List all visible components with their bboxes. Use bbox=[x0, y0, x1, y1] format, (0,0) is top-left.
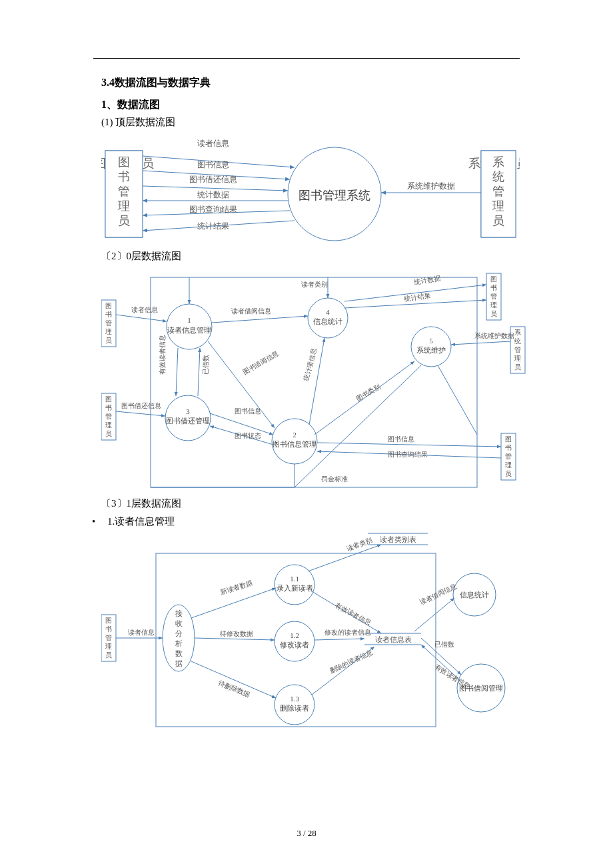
svg-text:有效读者信息: 有效读者信息 bbox=[159, 335, 166, 375]
svg-text:员: 员 bbox=[490, 310, 497, 317]
svg-text:图: 图 bbox=[105, 617, 112, 624]
heading-3-4: 3.4数据流图与数据字典 bbox=[101, 76, 520, 90]
svg-text:3: 3 bbox=[186, 407, 190, 415]
svg-text:读者类别: 读者类别 bbox=[346, 536, 373, 553]
svg-text:统: 统 bbox=[514, 337, 521, 345]
svg-text:系: 系 bbox=[514, 329, 521, 336]
svg-text:图书信息管理: 图书信息管理 bbox=[273, 440, 316, 448]
svg-text:读者类别表: 读者类别表 bbox=[380, 535, 416, 543]
svg-text:书: 书 bbox=[105, 404, 112, 411]
heading-1-3: 〔3〕1层数据流图 bbox=[101, 497, 520, 510]
svg-text:读者类别: 读者类别 bbox=[301, 281, 328, 288]
flow-label: 图书查询结果 bbox=[189, 205, 237, 214]
svg-text:1.2: 1.2 bbox=[290, 631, 299, 639]
svg-text:图: 图 bbox=[105, 395, 112, 403]
svg-text:图书信息: 图书信息 bbox=[388, 435, 414, 443]
svg-text:系: 系 bbox=[492, 155, 504, 169]
svg-text:员: 员 bbox=[105, 337, 112, 344]
svg-text:理: 理 bbox=[505, 461, 512, 469]
svg-text:图: 图 bbox=[118, 155, 130, 169]
page-number: 3 / 28 bbox=[0, 828, 613, 839]
content-area: 3.4数据流图与数据字典 1、数据流图 (1) 顶层数据流图 图书管理员 系统管… bbox=[101, 73, 520, 735]
flow-label: 统计结果 bbox=[197, 221, 229, 231]
svg-text:管: 管 bbox=[490, 293, 497, 300]
svg-text:书: 书 bbox=[490, 284, 497, 291]
svg-text:理: 理 bbox=[118, 199, 130, 213]
svg-text:系统维护: 系统维护 bbox=[416, 346, 446, 354]
flow-label: 读者信息 bbox=[197, 139, 229, 148]
svg-text:图书借还管理: 图书借还管理 bbox=[166, 417, 210, 425]
svg-text:理: 理 bbox=[514, 355, 521, 362]
svg-text:信息统计: 信息统计 bbox=[460, 591, 489, 599]
flow-label: 图书信息 bbox=[197, 160, 229, 169]
svg-text:收: 收 bbox=[175, 619, 183, 627]
document-page: 3.4数据流图与数据字典 1、数据流图 (1) 顶层数据流图 图书管理员 系统管… bbox=[0, 0, 613, 868]
svg-text:书: 书 bbox=[505, 444, 512, 451]
svg-text:数: 数 bbox=[175, 649, 183, 657]
center-process: 图书管理系统 bbox=[299, 189, 370, 202]
svg-text:读者信息: 读者信息 bbox=[128, 629, 155, 636]
svg-text:1.1: 1.1 bbox=[290, 575, 299, 583]
flow-label: 系统维护数据 bbox=[407, 181, 455, 191]
svg-text:析: 析 bbox=[175, 639, 183, 647]
bullet-label: 1.读者信息管理 bbox=[107, 516, 175, 527]
svg-text:待修改数据: 待修改数据 bbox=[220, 630, 253, 637]
svg-text:书: 书 bbox=[105, 311, 112, 318]
svg-text:员: 员 bbox=[505, 470, 512, 477]
svg-text:员: 员 bbox=[492, 214, 504, 227]
svg-text:管: 管 bbox=[118, 185, 130, 198]
header-rule bbox=[93, 58, 520, 59]
svg-text:2: 2 bbox=[293, 431, 297, 439]
heading-1-2: 〔2〕0层数据流图 bbox=[101, 250, 520, 263]
svg-text:5: 5 bbox=[429, 337, 433, 345]
svg-text:书: 书 bbox=[105, 625, 112, 633]
svg-text:1.3: 1.3 bbox=[290, 695, 299, 703]
heading-1-1: (1) 顶层数据流图 bbox=[101, 116, 520, 129]
svg-text:员: 员 bbox=[105, 430, 112, 437]
svg-text:已借数: 已借数 bbox=[202, 355, 209, 375]
svg-text:理: 理 bbox=[105, 328, 112, 335]
diagram-top-level: 图书管理员 系统管理员 图书管理系统 读者信息 图书信息 图书借还信息 统 bbox=[101, 134, 520, 247]
svg-text:员: 员 bbox=[105, 651, 112, 659]
svg-text:删除读者: 删除读者 bbox=[280, 704, 309, 712]
diagram-level-1-reader: 图书管理员 接收分析数据 1.1录入新读者 1.2修改读者 1.3删除读者 信息… bbox=[101, 528, 528, 735]
svg-text:图: 图 bbox=[505, 435, 512, 443]
svg-text:据: 据 bbox=[175, 659, 183, 667]
svg-text:录入新读者: 录入新读者 bbox=[277, 584, 313, 592]
svg-text:书: 书 bbox=[118, 170, 130, 183]
svg-text:图: 图 bbox=[105, 302, 112, 309]
svg-text:读者信息管理: 读者信息管理 bbox=[167, 326, 211, 334]
svg-text:接: 接 bbox=[175, 609, 183, 617]
svg-text:信息统计: 信息统计 bbox=[313, 317, 342, 325]
heading-1: 1、数据流图 bbox=[101, 98, 520, 112]
svg-text:理: 理 bbox=[105, 421, 112, 429]
svg-text:1: 1 bbox=[187, 316, 191, 324]
svg-text:图书状态: 图书状态 bbox=[235, 432, 261, 439]
svg-text:图: 图 bbox=[490, 275, 497, 283]
svg-text:理: 理 bbox=[490, 301, 497, 309]
svg-text:修改读者: 修改读者 bbox=[280, 641, 309, 649]
svg-text:系统维护数据: 系统维护数据 bbox=[474, 332, 514, 339]
svg-text:员: 员 bbox=[118, 214, 130, 227]
svg-text:员: 员 bbox=[514, 363, 521, 371]
bullet-1-1: 1.读者信息管理 bbox=[92, 515, 520, 528]
flow-label: 图书借还信息 bbox=[189, 175, 237, 184]
svg-text:理: 理 bbox=[105, 643, 112, 650]
svg-text:统: 统 bbox=[492, 170, 504, 183]
svg-text:管: 管 bbox=[514, 346, 521, 353]
svg-text:管: 管 bbox=[105, 634, 112, 641]
svg-text:读者借阅信息: 读者借阅信息 bbox=[231, 307, 271, 315]
svg-text:管: 管 bbox=[105, 413, 112, 420]
flow-label: 统计数据 bbox=[197, 190, 229, 199]
diagram-level-0: 图书管理员 图书管理员 图书管理员 系统管理员 图书管理员 1读者信息管理 bbox=[101, 268, 528, 495]
svg-text:已借数: 已借数 bbox=[434, 641, 454, 648]
svg-text:图书信息: 图书信息 bbox=[235, 407, 261, 415]
svg-text:4: 4 bbox=[326, 308, 330, 316]
svg-text:管: 管 bbox=[105, 319, 112, 327]
svg-text:分: 分 bbox=[175, 629, 183, 637]
svg-text:管: 管 bbox=[505, 453, 512, 460]
svg-text:图书借还信息: 图书借还信息 bbox=[121, 402, 161, 409]
svg-text:读者信息: 读者信息 bbox=[131, 306, 158, 313]
svg-text:图书查询结果: 图书查询结果 bbox=[388, 451, 428, 458]
svg-text:管: 管 bbox=[492, 185, 504, 198]
